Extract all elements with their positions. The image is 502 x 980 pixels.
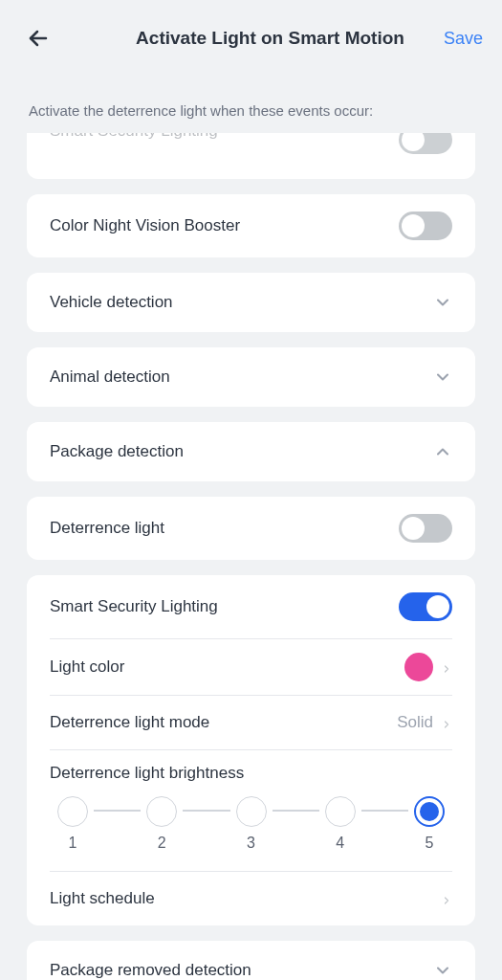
row-label: Smart Security Lighting (50, 597, 399, 616)
brightness-circle-icon (57, 796, 88, 827)
brightness-number: 2 (158, 835, 166, 852)
chevron-right-icon (441, 717, 452, 728)
row-label: Animal detection (50, 368, 433, 387)
row-vehicle-detection[interactable]: Vehicle detection (27, 273, 475, 332)
brightness-circle-icon (146, 796, 177, 827)
row-label: Deterrence light mode (50, 713, 397, 732)
brightness-circle-icon (236, 796, 267, 827)
toggle-knob-icon (402, 517, 425, 540)
row-color-night-booster: Color Night Vision Booster (27, 194, 475, 257)
row-package-removed-detection[interactable]: Package removed detection (27, 941, 475, 980)
header-bar: Activate Light on Smart Motion Save (0, 0, 502, 69)
chevron-up-icon (433, 442, 452, 461)
row-label: Vehicle detection (50, 293, 433, 312)
card-package-removed[interactable]: Package removed detection (27, 941, 475, 980)
line-icon (273, 810, 319, 812)
row-light-color[interactable]: Light color (27, 639, 475, 695)
row-light-mode[interactable]: Deterrence light mode Solid (27, 696, 475, 749)
arrow-left-icon (27, 27, 50, 50)
card-vehicle[interactable]: Vehicle detection (27, 273, 475, 332)
row-package-detection[interactable]: Package detection (27, 422, 475, 481)
row-smart-security-cutoff: Smart Security Lighting (27, 133, 475, 179)
toggle-knob-icon (402, 214, 425, 237)
brightness-step-5[interactable]: 5 (414, 796, 445, 852)
toggle-deterrence-light[interactable] (399, 514, 452, 543)
page-title: Activate Light on Smart Motion (57, 28, 483, 49)
card-animal[interactable]: Animal detection (27, 347, 475, 407)
row-light-schedule[interactable]: Light schedule (27, 872, 475, 925)
row-value: Solid (397, 713, 433, 732)
row-animal-detection[interactable]: Animal detection (27, 347, 475, 407)
card-deterrence-light: Deterrence light (27, 497, 475, 560)
page-subtitle: Activate the deterrence light when these… (0, 69, 502, 133)
brightness-step-3[interactable]: 3 (236, 796, 267, 852)
brightness-section: Deterrence light brightness 1 2 3 4 (27, 750, 475, 871)
chevron-down-icon (433, 293, 452, 312)
brightness-slider[interactable]: 1 2 3 4 5 (50, 796, 452, 852)
toggle-knob-icon (426, 595, 449, 618)
card-smart-security-group: Smart Security Lighting Light color Dete… (27, 575, 475, 925)
brightness-step-1[interactable]: 1 (57, 796, 88, 852)
color-swatch-icon (404, 653, 433, 681)
brightness-number: 4 (336, 835, 344, 852)
chevron-down-icon (433, 368, 452, 387)
chevron-down-icon (433, 961, 452, 980)
toggle-knob-icon (402, 133, 425, 151)
row-smart-security-lighting: Smart Security Lighting (27, 575, 475, 638)
row-label: Package removed detection (50, 961, 433, 980)
toggle-color-night[interactable] (399, 212, 452, 240)
line-icon (361, 810, 408, 812)
row-label: Deterrence light (50, 519, 399, 538)
toggle-smart-security[interactable] (399, 592, 452, 621)
row-label: Light color (50, 657, 404, 677)
toggle-smart-security-cutoff[interactable] (399, 133, 452, 154)
brightness-circle-active-icon (414, 796, 445, 827)
brightness-number: 3 (247, 835, 255, 852)
chevron-right-icon (441, 893, 452, 904)
row-label: Light schedule (50, 889, 441, 908)
card-cutoff: Smart Security Lighting (27, 133, 475, 179)
row-label: Smart Security Lighting (50, 133, 399, 141)
chevron-right-icon (441, 661, 452, 673)
row-label: Color Night Vision Booster (50, 216, 399, 235)
brightness-label: Deterrence light brightness (50, 764, 452, 783)
brightness-number: 5 (426, 835, 434, 852)
brightness-number: 1 (69, 835, 77, 852)
brightness-step-2[interactable]: 2 (146, 796, 177, 852)
card-color-night: Color Night Vision Booster (27, 194, 475, 257)
row-label: Package detection (50, 442, 433, 461)
save-button[interactable]: Save (444, 29, 483, 49)
row-deterrence-light: Deterrence light (27, 497, 475, 560)
brightness-circle-icon (325, 796, 356, 827)
line-icon (94, 810, 141, 812)
line-icon (183, 810, 229, 812)
back-button[interactable] (19, 19, 57, 57)
card-package-header[interactable]: Package detection (27, 422, 475, 481)
brightness-step-4[interactable]: 4 (325, 796, 356, 852)
